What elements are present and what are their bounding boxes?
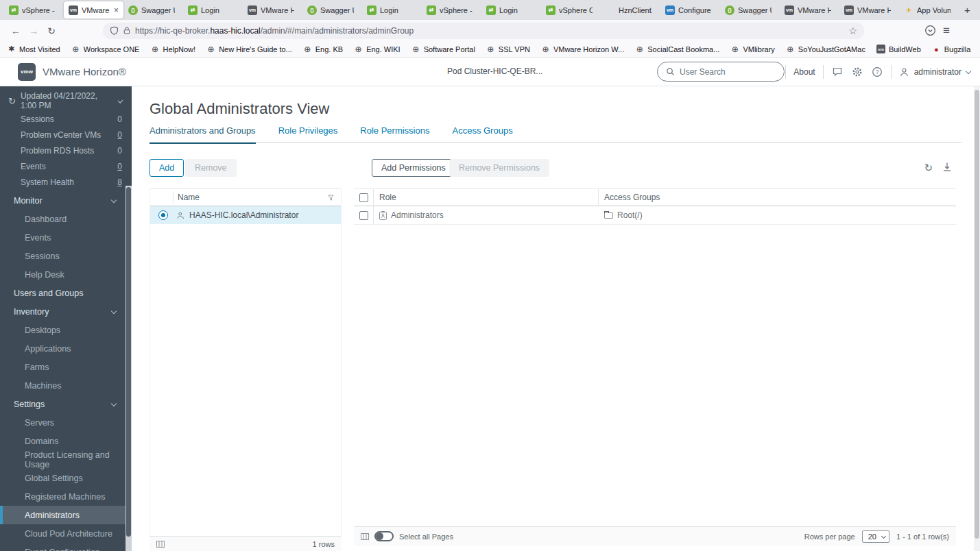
browser-tab[interactable]: VMware Horiz bbox=[243, 0, 302, 20]
shield-icon[interactable] bbox=[110, 26, 119, 36]
select-all-checkbox[interactable] bbox=[359, 193, 368, 202]
sidebar-nav-item[interactable]: Desktops bbox=[0, 321, 126, 339]
stat-count[interactable]: 0 bbox=[117, 146, 122, 156]
browser-tab[interactable]: Login bbox=[183, 0, 243, 20]
sidebar-nav-item[interactable]: Dashboard bbox=[0, 210, 126, 228]
sidebar-nav-item[interactable]: Farms bbox=[0, 358, 126, 376]
select-all-pages-toggle[interactable] bbox=[374, 531, 394, 541]
permission-row[interactable]: Administrators Root(/) bbox=[354, 206, 956, 225]
bookmark-star-icon[interactable]: ☆ bbox=[848, 25, 857, 36]
remove-permissions-button[interactable]: Remove Permissions bbox=[449, 159, 549, 177]
help-icon[interactable]: ? bbox=[871, 66, 883, 78]
browser-tab[interactable]: Configure Mai bbox=[660, 0, 720, 20]
sidebar-scrollbar[interactable] bbox=[126, 186, 132, 551]
hamburger-menu-icon[interactable]: ≡ bbox=[943, 24, 950, 38]
export-icon[interactable] bbox=[942, 162, 952, 174]
browser-tab[interactable]: VMware Ho × bbox=[64, 1, 123, 19]
browser-tab[interactable]: vSphere - hic bbox=[422, 0, 481, 20]
browser-tab[interactable]: VMware Horiz bbox=[839, 0, 899, 20]
bookmark-item[interactable]: HelpNow! bbox=[150, 45, 195, 53]
feedback-icon[interactable] bbox=[831, 66, 844, 78]
sidebar-nav-item[interactable]: Domains bbox=[0, 432, 126, 450]
role-column-header[interactable]: Role bbox=[374, 189, 599, 206]
view-tab[interactable]: Administrators and Groups bbox=[150, 125, 256, 144]
sidebar-nav-item[interactable]: Event Configuration bbox=[0, 543, 126, 551]
access-groups-column-header[interactable]: Access Groups bbox=[599, 193, 956, 202]
view-tab[interactable]: Role Privileges bbox=[278, 125, 338, 144]
bookmark-item[interactable]: Most Visited bbox=[7, 45, 60, 53]
chevron-down-icon[interactable] bbox=[117, 98, 123, 103]
forward-icon[interactable]: → bbox=[25, 23, 43, 39]
sidebar-nav-item[interactable]: Monitor bbox=[0, 191, 126, 210]
refresh-icon[interactable]: ↻ bbox=[8, 96, 16, 106]
sidebar-nav-item[interactable]: Cloud Pod Architecture bbox=[0, 524, 126, 543]
stat-count[interactable]: 0 bbox=[117, 130, 122, 140]
bookmark-item[interactable]: VMware Horizon W... bbox=[541, 45, 624, 53]
sidebar-nav-item[interactable]: Global Settings bbox=[0, 469, 126, 487]
browser-tab[interactable]: HznClient1_w7 bbox=[601, 0, 660, 20]
radio-selected-icon[interactable] bbox=[158, 210, 168, 220]
browser-tab[interactable]: App Volumes bbox=[899, 0, 959, 20]
bookmark-item[interactable]: Eng. KB bbox=[303, 45, 343, 53]
sidebar-nav-item[interactable]: Users and Groups bbox=[0, 284, 126, 302]
bookmark-item[interactable]: SoYouJustGotAMac bbox=[786, 45, 865, 53]
rows-per-page-select[interactable]: 20 bbox=[862, 530, 889, 543]
add-button[interactable]: Add bbox=[150, 159, 184, 177]
about-link[interactable]: About bbox=[793, 67, 815, 77]
browser-tab[interactable]: vSphere - Win bbox=[4, 0, 64, 20]
sidebar-nav-item[interactable]: Help Desk bbox=[0, 265, 126, 284]
address-bar[interactable]: https://hic-qe-broker.haas-hic.local/adm… bbox=[103, 23, 864, 39]
bookmark-item[interactable]: SocialCast Bookma... bbox=[635, 45, 719, 53]
browser-tab[interactable]: VMware Horiz bbox=[780, 0, 839, 20]
page-scrollbar[interactable] bbox=[974, 86, 980, 551]
browser-tab[interactable]: Login bbox=[481, 0, 541, 20]
sidebar-nav-item[interactable]: Inventory bbox=[0, 302, 126, 321]
user-menu[interactable]: administrator bbox=[899, 67, 970, 77]
lock-icon[interactable] bbox=[123, 26, 131, 35]
browser-tab[interactable]: Swagger UI bbox=[123, 0, 183, 20]
page-scrollbar-thumb[interactable] bbox=[975, 90, 979, 539]
filter-icon[interactable] bbox=[328, 195, 334, 201]
name-column-header[interactable]: Name bbox=[150, 193, 200, 202]
gear-icon[interactable] bbox=[851, 66, 863, 78]
sidebar-nav-item[interactable]: Servers bbox=[0, 413, 126, 432]
sidebar-nav-item[interactable]: Product Licensing and Usage bbox=[0, 450, 126, 469]
add-permissions-button[interactable]: Add Permissions bbox=[372, 159, 455, 177]
columns-icon[interactable] bbox=[361, 533, 369, 540]
bookmark-item[interactable]: Software Portal bbox=[411, 45, 475, 53]
sidebar-nav-item[interactable]: Machines bbox=[0, 376, 126, 395]
bookmark-item[interactable]: Workspace ONE bbox=[71, 45, 140, 53]
view-tab[interactable]: Access Groups bbox=[452, 125, 512, 144]
sidebar-nav-item[interactable]: Registered Machines bbox=[0, 487, 126, 506]
sidebar-nav-item[interactable]: Applications bbox=[0, 339, 126, 358]
new-tab-button[interactable]: + bbox=[964, 4, 970, 16]
bookmark-item[interactable]: SSL VPN bbox=[486, 45, 530, 53]
tab-close-icon[interactable]: × bbox=[114, 5, 119, 15]
bookmark-item[interactable]: New Hire's Guide to... bbox=[206, 45, 292, 53]
browser-tab[interactable]: Swagger UI bbox=[720, 0, 780, 20]
reload-icon[interactable]: ↻ bbox=[43, 23, 60, 39]
stats-updated-row[interactable]: ↻ Updated 04/21/2022, 1:00 PM bbox=[0, 90, 132, 111]
bookmark-item[interactable]: BuildWeb bbox=[876, 45, 921, 53]
administrator-row[interactable]: HAAS-HIC.local\Administrator bbox=[150, 206, 341, 224]
columns-icon[interactable] bbox=[156, 541, 165, 548]
user-search-input[interactable]: User Search bbox=[657, 62, 785, 82]
sidebar-nav-item[interactable]: Settings bbox=[0, 395, 126, 413]
pocket-icon[interactable] bbox=[924, 25, 936, 36]
browser-tab[interactable]: vSphere Clien bbox=[541, 0, 601, 20]
bookmark-item[interactable]: Bugzilla bbox=[932, 45, 971, 53]
bookmark-item[interactable]: VMlibrary bbox=[730, 45, 774, 53]
back-icon[interactable]: ← bbox=[7, 23, 25, 39]
sidebar-nav-item[interactable]: Events bbox=[0, 228, 126, 247]
stat-count[interactable]: 0 bbox=[117, 162, 122, 171]
bookmark-item[interactable]: Eng. WIKI bbox=[354, 45, 401, 53]
sidebar-nav-item[interactable]: Administrators bbox=[0, 506, 126, 524]
sidebar-scrollbar-thumb[interactable] bbox=[126, 187, 131, 537]
browser-tab[interactable]: Login bbox=[362, 0, 422, 20]
stat-count[interactable]: 0 bbox=[117, 114, 122, 124]
row-checkbox[interactable] bbox=[359, 211, 368, 220]
remove-button[interactable]: Remove bbox=[185, 159, 237, 177]
refresh-icon[interactable]: ↻ bbox=[924, 162, 933, 174]
view-tab[interactable]: Role Permissions bbox=[360, 125, 429, 144]
browser-tab[interactable]: Swagger UI bbox=[302, 0, 362, 20]
